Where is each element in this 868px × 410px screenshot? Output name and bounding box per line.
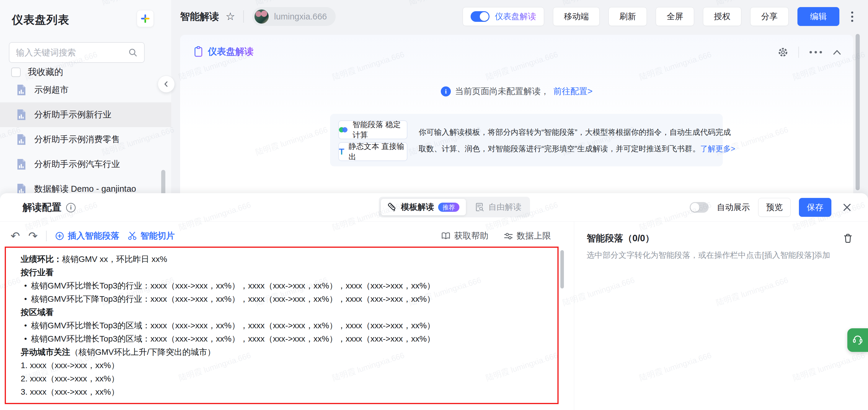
panel-header: 仪表盘解读: [194, 45, 254, 58]
bullet-dot: •: [24, 279, 27, 292]
feature-intro-card: 智能段落 稳定计算 T 静态文本 直接输出 你可输入解读模板，将部分内容转为“智…: [330, 114, 723, 166]
smart-paragraph-panel: 智能段落（0/0） 选中部分文字转化为智能段落，或在操作栏中点击[插入智能段落]…: [574, 221, 868, 410]
plus-icon: [140, 13, 150, 24]
headset-icon: [852, 334, 864, 346]
topbar-button[interactable]: 分享: [750, 7, 788, 26]
smart-paragraph-title: 智能段落（0/0）: [587, 232, 654, 244]
editor-content[interactable]: 业绩环比：核销GMV xx，环比昨日 xx%按行业看•核销GMV环比增长Top3…: [6, 248, 557, 399]
editor-line[interactable]: •核销GMV环比下降Top3的行业：xxxx（xxx->xxx，xx%），xxx…: [21, 292, 549, 306]
sidebar-item[interactable]: 分析助手示例汽车行业: [0, 152, 171, 177]
recommended-badge: 推荐: [438, 203, 459, 212]
smart-slice-button[interactable]: 智能切片: [128, 230, 175, 242]
scissors-icon: [128, 231, 137, 241]
editor-line[interactable]: •核销GMV环比增长Top3的区域：xxxx（xxx->xxx，xx%），xxx…: [21, 332, 549, 345]
trash-icon[interactable]: [843, 233, 852, 243]
editor-line[interactable]: 1. xxxx（xxx->xxx，xx%）: [21, 359, 549, 372]
editor-line-text: 核销GMV环比下降Top3的行业：xxxx（xxx->xxx，xx%），xxxx…: [31, 292, 435, 306]
editor-line-bold: 按行业看: [21, 266, 54, 279]
insert-smart-paragraph-button[interactable]: 插入智能段落: [55, 230, 119, 242]
tab-template-label: 模板解读: [401, 201, 434, 213]
topbar-button[interactable]: 移动端: [553, 7, 600, 26]
undo-icon[interactable]: ↶: [11, 230, 20, 242]
favorite-star-icon[interactable]: ☆: [225, 11, 235, 22]
editor-line-bold: 业绩环比：: [21, 252, 62, 266]
topbar-button[interactable]: 全屏: [656, 7, 694, 26]
editor-line[interactable]: 按行业看: [21, 266, 549, 279]
sidebar-item-label: 分析助手示例汽车行业: [34, 159, 120, 170]
editor-line[interactable]: 按区域看: [21, 306, 549, 319]
search-input[interactable]: [16, 48, 128, 58]
sidebar-item[interactable]: 分析助手示例消费零售: [0, 127, 171, 152]
data-limit-label: 数据上限: [517, 230, 551, 242]
sidebar-item[interactable]: 分析助手示例新行业: [0, 102, 171, 127]
toggle-on-switch[interactable]: [471, 11, 490, 22]
template-editor-annotated[interactable]: 业绩环比：核销GMV xx，环比昨日 xx%按行业看•核销GMV环比增长Top3…: [5, 247, 559, 404]
topbar-divider: [243, 10, 244, 23]
bullet-dot: •: [24, 332, 27, 345]
sheet-title: 解读配置: [23, 201, 61, 214]
dashboard-doc-icon: [16, 84, 27, 96]
sidebar-title: 仪表盘列表: [12, 12, 69, 27]
circle-plus-icon: [55, 231, 64, 241]
favorites-filter: 我收藏的: [11, 66, 63, 78]
page-scrollbar[interactable]: [856, 34, 860, 190]
icon-divider: [798, 46, 799, 58]
tab-template-interpret[interactable]: 模板解读 推荐: [381, 199, 466, 215]
dashboard-interpret-panel: 仪表盘解读 i 当前页面尚未配置解读， 前往配置>: [180, 35, 853, 201]
data-limit-button[interactable]: 数据上限: [504, 230, 551, 242]
add-dashboard-button[interactable]: [137, 10, 154, 27]
editor-line[interactable]: 3. xxxx（xxx->xxx，xx%）: [21, 385, 549, 399]
avatar: [254, 9, 269, 24]
customer-service-button[interactable]: [847, 328, 868, 352]
feature-description-line1: 你可输入解读模板，将部分内容转为“智能段落”，大模型将根据你的指令，自动生成代码…: [418, 128, 731, 137]
sheet-header: 解读配置 i: [0, 193, 868, 221]
editor-line[interactable]: •核销GMV环比增长Top3的区域：xxxx（xxx->xxx，xx%），xxx…: [21, 319, 549, 332]
template-editor-region: ↶ ↷ 插入智能段落: [0, 221, 574, 410]
editor-line-text: 3. xxxx（xxx->xxx，xx%）: [21, 385, 119, 399]
dashboard-interpret-toggle-button[interactable]: 仪表盘解读: [463, 7, 544, 26]
editor-line[interactable]: 2. xxxx（xxx->xxx，xx%）: [21, 372, 549, 385]
save-button[interactable]: 保存: [799, 198, 831, 217]
sidebar-item[interactable]: 示例超市: [0, 77, 171, 102]
topbar-button[interactable]: 授权: [703, 7, 741, 26]
topbar-button[interactable]: 刷新: [609, 7, 647, 26]
search-icon[interactable]: [128, 48, 137, 57]
go-configure-link[interactable]: 前往配置>: [553, 86, 593, 97]
clipboard-icon: [194, 46, 203, 57]
dashboard-list: 示例超市分析助手示例新行业分析助手示例消费零售分析助手示例汽车行业数据解读 De…: [0, 77, 171, 201]
panel-title: 仪表盘解读: [208, 45, 254, 58]
more-options-icon[interactable]: [848, 9, 856, 24]
sidebar-item-label: 分析助手示例消费零售: [34, 134, 120, 145]
favorites-checkbox[interactable]: [11, 68, 21, 77]
redo-icon[interactable]: ↷: [28, 230, 38, 242]
editor-toolbar: ↶ ↷ 插入智能段落: [11, 229, 175, 243]
editor-line-text: 核销GMV环比增长Top3的区域：xxxx（xxx->xxx，xx%），xxxx…: [31, 319, 435, 332]
user-name: lumingxia.666: [274, 12, 327, 22]
editor-line[interactable]: 异动城市关注（核销GMV环比上升/下降突出的城市）: [21, 345, 549, 359]
user-chip[interactable]: lumingxia.666: [252, 7, 336, 26]
ellipsis-icon[interactable]: [809, 49, 823, 55]
close-icon[interactable]: [843, 203, 851, 212]
preview-button[interactable]: 预览: [758, 198, 790, 217]
sidebar-item-label: 分析助手示例新行业: [34, 109, 111, 121]
static-text-chip[interactable]: T 静态文本 直接输出: [338, 142, 407, 161]
edit-button[interactable]: 编辑: [798, 7, 839, 26]
topbar-actions: 仪表盘解读 移动端刷新全屏授权分享 编辑: [463, 7, 856, 26]
editor-line[interactable]: 业绩环比：核销GMV xx，环比昨日 xx%: [21, 252, 549, 266]
sidebar-collapse-button[interactable]: [158, 75, 175, 93]
tab-free-interpret[interactable]: 自由解读: [468, 199, 528, 215]
learn-more-link[interactable]: 了解更多>: [700, 144, 735, 153]
smart-paragraph-chip[interactable]: 智能段落 稳定计算: [338, 121, 407, 139]
editor-scrollbar[interactable]: [560, 250, 564, 288]
app-root: 仪表盘列表 我收藏的 示例超市分析助手示例新行业分析助: [0, 0, 868, 410]
smart-paragraph-header: 智能段落（0/0）: [587, 232, 852, 244]
chevron-up-icon[interactable]: [833, 49, 841, 56]
help-info-icon[interactable]: i: [66, 203, 75, 212]
auto-show-toggle[interactable]: [690, 202, 709, 213]
get-help-button[interactable]: 获取帮助: [441, 230, 488, 242]
dashboard-doc-icon: [16, 109, 27, 121]
editor-line[interactable]: •核销GMV环比增长Top3的行业：xxxx（xxx->xxx，xx%），xxx…: [21, 279, 549, 292]
doc-search-icon: [475, 202, 484, 212]
gear-icon[interactable]: [778, 47, 788, 58]
sidebar-search: [9, 42, 145, 63]
